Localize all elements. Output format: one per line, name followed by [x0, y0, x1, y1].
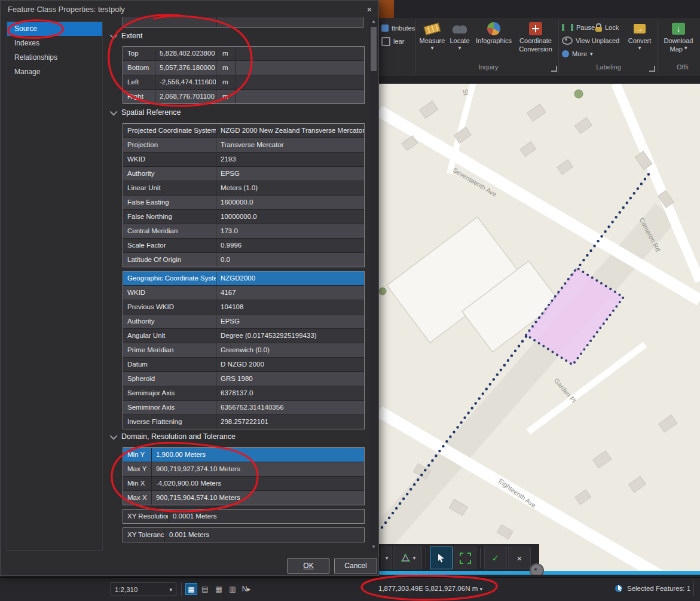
property-row[interactable]: WKID4167: [123, 286, 364, 300]
scroll-down-icon[interactable]: ▼: [369, 544, 378, 550]
sidebar-item-source[interactable]: Source: [7, 22, 102, 36]
scroll-up-icon[interactable]: ▲: [369, 19, 378, 24]
property-value: Greenwich (0.0): [216, 343, 364, 357]
property-key: Central Meridian: [123, 224, 216, 238]
ok-button[interactable]: OK: [288, 559, 329, 573]
property-row[interactable]: XY Tolerance0.001 Meters: [123, 528, 364, 542]
property-row[interactable]: WKID2193: [123, 152, 364, 167]
property-row[interactable]: Previous WKID104108: [123, 300, 364, 315]
trace-tool-icon: [460, 553, 471, 564]
dialog-sidebar: SourceIndexesRelationshipsManage: [7, 21, 103, 551]
sidebar-item-indexes[interactable]: Indexes: [7, 36, 102, 50]
north-arrow-icon[interactable]: N▸: [240, 583, 252, 595]
eye-icon: [562, 36, 573, 45]
property-unit: m: [216, 61, 236, 75]
chevron-down-icon: ▾: [458, 45, 461, 50]
property-key: Spheroid: [123, 372, 216, 386]
close-button[interactable]: ×: [363, 3, 376, 16]
more-button[interactable]: More ▾: [562, 48, 593, 60]
measure-label: Measure: [420, 37, 445, 44]
property-row[interactable]: Scale Factor0.9996: [123, 239, 364, 253]
property-row[interactable]: ProjectionTransverse Mercator: [123, 138, 364, 152]
coordinate-readout[interactable]: 1,877,303.49E 5,821,927.06N m ▾: [359, 585, 502, 592]
property-row[interactable]: AuthorityEPSG: [123, 315, 364, 329]
property-row[interactable]: Min Y1,900.00 Meters: [123, 448, 364, 462]
pause-button[interactable]: Pause: [562, 22, 595, 33]
property-row[interactable]: Right2,068,776.701100m: [123, 90, 364, 103]
select-tool-button[interactable]: [430, 547, 453, 569]
property-row[interactable]: Min X-4,020,900.00 Meters: [123, 477, 364, 491]
scale-selector[interactable]: 1:2,310 ▾: [111, 582, 176, 596]
lock-button[interactable]: Lock: [595, 22, 619, 33]
locate-button[interactable]: Locate ▾: [447, 22, 472, 50]
tool-dropdown-button[interactable]: ▾: [381, 547, 392, 569]
cancel-button[interactable]: Cancel: [334, 559, 377, 573]
selected-features-indicator[interactable]: Selected Features: 1: [615, 584, 690, 593]
editor-toggle-icon[interactable]: ▥: [227, 583, 239, 595]
property-row[interactable]: DatumD NZGD 2000: [123, 358, 364, 372]
property-unit: m: [216, 47, 236, 60]
property-row[interactable]: Central Meridian173.0: [123, 224, 364, 239]
property-row[interactable]: Angular UnitDegree (0.0174532925199433): [123, 329, 364, 343]
property-value: 900,719,927,374.10 Meters: [152, 462, 364, 476]
property-value: 1600000.0: [216, 196, 364, 209]
property-filler: [236, 47, 364, 60]
dialog-scrollbar[interactable]: ▲ ▼: [369, 17, 378, 551]
property-value: 173.0: [216, 224, 364, 238]
map-canvas[interactable]: St Seventeenth Ave Cameron Rd Garden Pl …: [379, 84, 700, 575]
property-row[interactable]: Inverse Flattening298.257222101: [123, 415, 364, 429]
polygon-tool-button[interactable]: ▾: [393, 547, 422, 569]
ribbon: ttributes lear Measure ▾ Locate ▾ Infogr…: [379, 18, 700, 77]
trace-tool-button[interactable]: [454, 547, 476, 569]
property-value: EPSG: [216, 315, 364, 328]
more-label: More: [572, 50, 587, 57]
property-row[interactable]: Prime MeridianGreenwich (0.0): [123, 343, 364, 358]
property-row[interactable]: Projected Coordinate SystemNZGD 2000 New…: [123, 124, 364, 138]
attributes-button[interactable]: ttributes: [381, 23, 415, 33]
selection-icon: [615, 584, 623, 593]
sidebar-item-manage[interactable]: Manage: [7, 65, 102, 79]
property-key: WKID: [123, 152, 216, 166]
infographics-button[interactable]: Infographics: [473, 22, 514, 44]
chevron-down-icon: ▾: [413, 556, 416, 560]
measure-button[interactable]: Measure ▾: [418, 22, 446, 50]
property-value: 104108: [216, 300, 364, 314]
section-header-spatial-reference[interactable]: Spatial Reference: [112, 108, 181, 117]
coordinate-conversion-button[interactable]: Coordinate Conversion: [514, 22, 557, 53]
property-row[interactable]: Semimajor Axis6378137.0: [123, 386, 364, 401]
sidebar-item-relationships[interactable]: Relationships: [7, 51, 102, 65]
download-map-button[interactable]: ↓ Download Map▾: [660, 22, 697, 53]
snapping-toggle-icon[interactable]: ▦: [185, 583, 197, 595]
property-row[interactable]: Top5,828,402.023800m: [123, 47, 364, 61]
map-settings-gear-icon[interactable]: [530, 563, 544, 575]
attribute-table-icon[interactable]: ▦: [213, 583, 225, 595]
dialog-launcher-icon[interactable]: [551, 66, 557, 72]
property-row[interactable]: Max X900,715,904,574.10 Meters: [123, 491, 364, 505]
property-row[interactable]: AuthorityEPSG: [123, 167, 364, 181]
property-filler: [236, 75, 364, 89]
property-row[interactable]: Left-2,556,474.111600m: [123, 75, 364, 90]
property-row[interactable]: Max Y900,719,927,374.10 Meters: [123, 462, 364, 477]
section-header-extent[interactable]: Extent: [112, 32, 142, 40]
toolbar-divider: [426, 548, 426, 568]
scrollbar-thumb[interactable]: [371, 27, 377, 71]
property-row[interactable]: Bottom5,057,376.180000m: [123, 61, 364, 75]
convert-button[interactable]: → Convert ▾: [624, 22, 655, 50]
property-row[interactable]: Latitude Of Origin0.0: [123, 253, 364, 267]
property-row[interactable]: False Easting1600000.0: [123, 196, 364, 210]
selected-line-feature[interactable]: [382, 173, 649, 527]
property-row[interactable]: SpheroidGRS 1980: [123, 372, 364, 386]
finish-sketch-button[interactable]: ✓: [484, 547, 507, 569]
property-row[interactable]: Semiminor Axis6356752.314140356: [123, 401, 364, 415]
property-row[interactable]: XY Resolution0.0001 Meters: [123, 510, 364, 523]
property-row[interactable]: Geographic Coordinate SystemNZGD2000: [123, 271, 364, 286]
section-header-domain[interactable]: Domain, Resolution and Tolerance: [112, 432, 236, 441]
dialog-launcher-icon[interactable]: [649, 66, 655, 72]
property-row[interactable]: False Northing10000000.0: [123, 210, 364, 224]
ribbon-divider: [558, 20, 559, 73]
clear-button[interactable]: lear: [381, 36, 404, 47]
view-unplaced-button[interactable]: View Unplaced: [562, 35, 619, 47]
property-row[interactable]: Linear UnitMeters (1.0): [123, 181, 364, 196]
grid-toggle-icon[interactable]: ▤: [199, 583, 211, 595]
discard-sketch-button[interactable]: ×: [508, 547, 531, 569]
